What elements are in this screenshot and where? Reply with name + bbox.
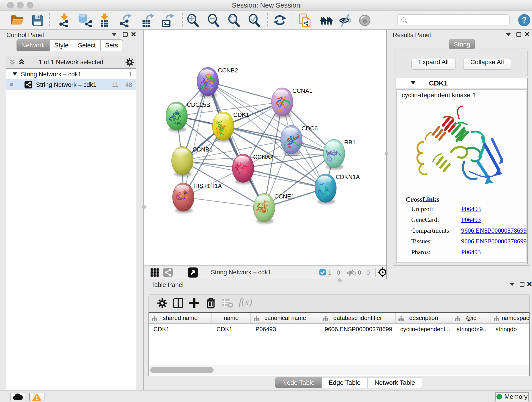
memory-button[interactable]: Memory	[495, 392, 529, 401]
network-node-CDC25B[interactable]	[166, 102, 187, 132]
network-edge-HIST1H1A-CCNE1[interactable]	[183, 197, 264, 208]
export-image-icon[interactable]	[161, 13, 174, 28]
tab-style[interactable]: Style	[50, 39, 73, 51]
add-column-icon[interactable]	[189, 298, 199, 309]
network-share-view-icon[interactable]	[163, 268, 173, 278]
crosslink-link[interactable]: 9606.ENSP00000378699	[461, 227, 526, 234]
table-cell[interactable]: CDK1	[149, 324, 212, 335]
crosslink-label: Compartments:	[411, 227, 461, 234]
show-column-icon[interactable]	[173, 298, 183, 309]
string-results-buttonbox: Expand All Collapse All	[395, 51, 528, 76]
import-table-file-icon[interactable]	[98, 13, 111, 28]
left-splitter-handle[interactable]	[142, 205, 146, 209]
network-node-CDC6[interactable]	[281, 125, 302, 156]
network-edge-CCNA2-CDKN1A[interactable]	[243, 168, 326, 188]
column-header-database-identifier[interactable]: database identifier	[320, 313, 396, 323]
column-header-description[interactable]: description	[396, 313, 452, 323]
table-cell[interactable]: P06493	[251, 324, 320, 335]
network-collection-row[interactable]: String Network – cdk1 1	[6, 69, 136, 79]
protein-section-header[interactable]: CDK1	[395, 78, 527, 89]
tab-sets[interactable]: Sets	[100, 39, 123, 51]
table-cell[interactable]: 9606.ENSP00000378699	[320, 324, 396, 335]
network-node-RB1[interactable]	[323, 139, 345, 170]
control-panel-close-icon[interactable]: ✕	[131, 31, 136, 38]
tab-network-table[interactable]: Network Table	[367, 377, 422, 388]
results-panel-close-icon[interactable]: ✕	[524, 31, 530, 38]
tab-edge-table[interactable]: Edge Table	[322, 377, 368, 388]
network-node-CCNA1[interactable]	[272, 88, 293, 118]
column-header-canonical-name[interactable]: canonical name	[251, 313, 320, 323]
crosslink-link[interactable]: P06493	[461, 205, 481, 213]
export-network-icon[interactable]	[119, 13, 132, 28]
delete-column-trash-icon[interactable]	[206, 298, 216, 310]
delete-table-icon[interactable]	[222, 299, 233, 309]
export-table-icon[interactable]	[141, 13, 155, 28]
expand-all-button[interactable]: Expand All	[412, 58, 456, 70]
column-header-shared-name[interactable]: shared name	[149, 313, 212, 323]
import-network-database-icon[interactable]	[78, 13, 92, 28]
show-graphics-details-icon[interactable]	[358, 14, 371, 28]
results-panel-float-icon[interactable]	[516, 32, 521, 37]
collapse-all-button[interactable]: Collapse All	[463, 58, 511, 70]
column-header-@id[interactable]: @id	[452, 313, 491, 323]
import-network-file-icon[interactable]	[58, 13, 71, 28]
network-options-gear-icon[interactable]	[125, 58, 134, 68]
network-edge-CCNB2-HIST1H1A[interactable]	[183, 82, 208, 197]
refresh-layout-icon[interactable]	[273, 14, 286, 27]
column-header-name[interactable]: name	[212, 313, 251, 323]
network-view-canvas[interactable]: CCNB2CCNA1CDC25BCDK1CDC6RB1CCNB1CCNA2CDK…	[144, 30, 386, 265]
tab-node-table[interactable]: Node Table	[275, 377, 322, 388]
table-row[interactable]: CDK1CDK1P064939606.ENSP00000378699cyclin…	[149, 324, 529, 335]
network-node-CCNB1[interactable]	[172, 147, 193, 177]
network-node-CDKN1A[interactable]	[315, 174, 336, 204]
collection-expander-icon[interactable]	[13, 72, 17, 75]
table-panel-float-icon[interactable]	[520, 282, 525, 287]
table-panel-close-icon[interactable]: ✕	[526, 281, 532, 288]
tab-network[interactable]: Network	[17, 39, 50, 51]
help-icon[interactable]: ?	[518, 14, 530, 27]
warning-button[interactable]	[29, 393, 44, 401]
table-hscrollbar-thumb[interactable]	[150, 367, 214, 373]
hidden-eye-icon[interactable]	[346, 269, 356, 278]
table-settings-gear-icon[interactable]	[157, 298, 167, 309]
control-panel-float-icon[interactable]	[123, 32, 128, 37]
title-bar: Session: New Session	[0, 0, 532, 11]
table-cell[interactable]: stringdb	[491, 324, 530, 335]
hide-selected-icon[interactable]	[339, 14, 352, 27]
open-file-icon[interactable]	[11, 14, 24, 27]
birdseye-view-icon[interactable]	[188, 268, 198, 279]
tab-select[interactable]: Select	[73, 39, 101, 51]
crosslink-link[interactable]: P06493	[461, 216, 481, 223]
function-builder-icon[interactable]: f(x)	[239, 296, 252, 307]
table-panel-menu-icon[interactable]	[510, 283, 515, 286]
control-panel-menu-icon[interactable]	[112, 33, 117, 36]
cloud-button[interactable]	[10, 393, 25, 401]
column-header-namespace[interactable]: namespace	[491, 313, 530, 323]
network-node-CCNB2[interactable]	[197, 67, 219, 98]
table-cell[interactable]: stringdb:9...	[452, 324, 491, 335]
table-hscrollbar[interactable]	[149, 365, 529, 375]
results-panel-menu-icon[interactable]	[506, 33, 511, 36]
selected-checkbox-icon[interactable]	[319, 269, 326, 276]
right-splitter-handle[interactable]	[385, 152, 388, 155]
search-input[interactable]	[397, 14, 510, 26]
table-cell[interactable]: cyclin-dependent ...	[396, 324, 452, 335]
zoom-out-icon[interactable]	[207, 13, 220, 28]
network-node-CCNE1[interactable]	[253, 193, 275, 224]
network-row[interactable]: String Network – cdk1 11 48	[6, 79, 136, 90]
horizontal-splitter-handle[interactable]	[338, 279, 342, 282]
tab-string[interactable]: String	[449, 39, 475, 50]
grid-view-icon[interactable]	[150, 268, 159, 278]
home-icon[interactable]	[319, 15, 333, 26]
zoom-selected-icon[interactable]	[248, 13, 260, 28]
crosslink-link[interactable]: 9606.ENSP00000378699	[461, 238, 526, 245]
string-results-list: CDK1 cyclin-dependent kinase 1	[395, 78, 528, 264]
table-cell[interactable]: CDK1	[212, 324, 251, 335]
zoom-fit-icon[interactable]	[227, 13, 240, 28]
crosslink-link[interactable]: P06493	[461, 249, 481, 256]
network-node-HIST1H1A[interactable]	[172, 183, 194, 213]
protein-expander-icon[interactable]	[411, 81, 416, 84]
zoom-in-icon[interactable]	[186, 13, 199, 28]
save-session-icon[interactable]	[32, 14, 44, 27]
copy-network-icon[interactable]	[299, 13, 312, 28]
